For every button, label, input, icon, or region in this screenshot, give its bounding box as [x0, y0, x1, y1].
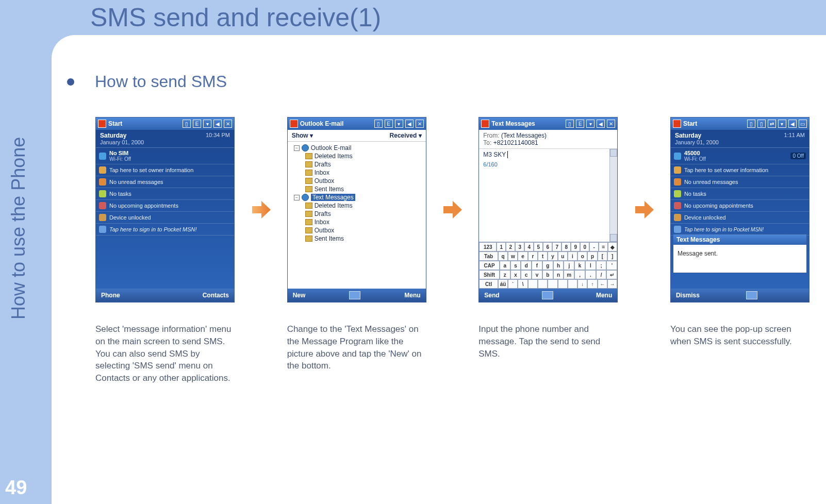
kb-key[interactable]: c [521, 270, 532, 279]
kb-key[interactable]: 3 [515, 242, 524, 251]
kb-key[interactable]: = [599, 242, 608, 251]
kb-key[interactable]: q [498, 251, 508, 261]
kb-key[interactable]: ; [596, 261, 607, 270]
softkey-dismiss[interactable]: Dismiss [676, 292, 700, 299]
tree-folder[interactable]: Inbox [305, 169, 424, 177]
kb-key[interactable]: j [564, 261, 574, 270]
kb-key[interactable]: ] [607, 251, 617, 261]
kb-key[interactable]: s [510, 261, 521, 270]
sort-dropdown[interactable]: Received ▾ [390, 132, 422, 139]
kb-key[interactable]: y [548, 251, 557, 261]
kb-key[interactable]: ↑ [587, 279, 597, 289]
kb-key[interactable]: 8 [561, 242, 571, 251]
tree-folder[interactable]: Inbox [305, 218, 424, 226]
kb-key[interactable]: ` [508, 279, 518, 289]
owner-row: Tap here to set owner information [684, 167, 806, 173]
kb-key[interactable]: h [553, 261, 564, 270]
kb-key[interactable]: n [553, 270, 564, 279]
kb-key[interactable]: x [510, 270, 521, 279]
kb-key[interactable]: 5 [534, 242, 543, 251]
kb-key[interactable]: CAP [479, 261, 500, 270]
kb-key[interactable]: t [538, 251, 548, 261]
softkey-menu[interactable]: Menu [404, 292, 420, 299]
kb-key[interactable]: p [587, 251, 597, 261]
to-value[interactable]: +821021140081 [493, 139, 538, 146]
kb-key[interactable]: 0 [580, 242, 589, 251]
tree-folder[interactable]: Deleted Items [305, 201, 424, 210]
kb-key[interactable]: , [574, 270, 585, 279]
kb-key[interactable]: / [596, 270, 607, 279]
kb-key[interactable]: \ [518, 279, 527, 289]
kb-key[interactable]: áü [498, 279, 508, 289]
kb-key[interactable]: Ctl [479, 279, 498, 289]
tree-folder[interactable]: Outbox [305, 226, 424, 234]
tree-folder[interactable]: Drafts [305, 160, 424, 169]
kb-key[interactable]: 4 [524, 242, 534, 251]
kb-key[interactable]: f [532, 261, 542, 270]
softkey-right[interactable]: Contacts [203, 292, 229, 299]
softkey-new[interactable]: New [293, 292, 306, 299]
sip-icon[interactable] [746, 291, 757, 299]
show-dropdown[interactable]: Show ▾ [292, 132, 313, 139]
kb-key[interactable] [558, 279, 568, 289]
titlebar-text: Start [683, 120, 697, 127]
kb-key[interactable]: 2 [506, 242, 515, 251]
kb-key[interactable]: Shift [479, 270, 500, 279]
kb-key[interactable]: [ [598, 251, 607, 261]
kb-key[interactable]: z [500, 270, 510, 279]
kb-key[interactable]: a [500, 261, 510, 270]
kb-key[interactable]: 123 [479, 242, 497, 251]
tree-folder[interactable]: Sent Items [305, 234, 424, 243]
tree-account-selected[interactable]: −Text Messages [294, 193, 424, 201]
kb-key[interactable]: ' [606, 261, 617, 270]
kb-key[interactable]: - [589, 242, 599, 251]
tree-folder[interactable]: Sent Items [305, 185, 424, 193]
tree-folder[interactable]: Outbox [305, 177, 424, 185]
kb-key[interactable]: 9 [571, 242, 580, 251]
kb-key[interactable]: m [564, 270, 574, 279]
kb-key[interactable] [548, 279, 557, 289]
kb-key[interactable]: g [542, 261, 553, 270]
kb-key[interactable]: v [532, 270, 542, 279]
tree-folder[interactable]: Drafts [305, 210, 424, 218]
tree-account[interactable]: −Outlook E-mail [294, 144, 424, 152]
folder-icon [305, 170, 312, 176]
sip-icon[interactable] [349, 291, 360, 299]
kb-key[interactable]: ↵ [606, 270, 617, 279]
kb-key[interactable]: → [607, 279, 617, 289]
kb-key[interactable]: 7 [552, 242, 561, 251]
scroll-up-icon[interactable] [610, 149, 617, 157]
kb-key[interactable]: i [568, 251, 577, 261]
kb-key[interactable]: e [518, 251, 527, 261]
kb-key[interactable]: o [577, 251, 587, 261]
kb-key[interactable]: l [585, 261, 596, 270]
kb-key[interactable] [568, 279, 577, 289]
tree-folder[interactable]: Deleted Items [305, 152, 424, 160]
softkey-menu[interactable]: Menu [596, 292, 612, 299]
kb-key[interactable] [528, 279, 538, 289]
kb-key[interactable]: d [521, 261, 532, 270]
kb-key[interactable] [538, 279, 548, 289]
kb-key[interactable]: 6 [543, 242, 552, 251]
kb-key[interactable]: Tab [479, 251, 498, 261]
scrollbar[interactable] [609, 149, 617, 242]
kb-key[interactable]: ↓ [577, 279, 587, 289]
sync-icon: ⇄ [768, 120, 776, 128]
caption-1: Select 'message information' menu on the… [95, 323, 236, 384]
kb-key[interactable]: . [585, 270, 596, 279]
kb-key[interactable]: r [528, 251, 538, 261]
kb-key[interactable]: 1 [497, 242, 506, 251]
kb-key[interactable]: w [508, 251, 518, 261]
screenshot-message-sent: Start ▯ ▯ ⇄ ▾ ◀ ▭ Saturday January 01, 2… [670, 117, 810, 303]
kb-key[interactable]: k [574, 261, 585, 270]
kb-key[interactable]: b [542, 270, 553, 279]
scroll-down-icon[interactable] [610, 234, 617, 242]
sip-icon[interactable] [542, 291, 553, 299]
kb-key[interactable]: u [558, 251, 568, 261]
kb-key[interactable]: ← [598, 279, 607, 289]
softkey-left[interactable]: Phone [101, 292, 120, 299]
softkey-send[interactable]: Send [484, 292, 499, 299]
message-input[interactable]: M3 SKY 6/160 [479, 149, 617, 242]
on-screen-keyboard[interactable]: 1231234567890-=◆Tabqwertyuiop[]CAPasdfgh… [479, 242, 617, 289]
kb-key[interactable]: ◆ [608, 242, 617, 251]
